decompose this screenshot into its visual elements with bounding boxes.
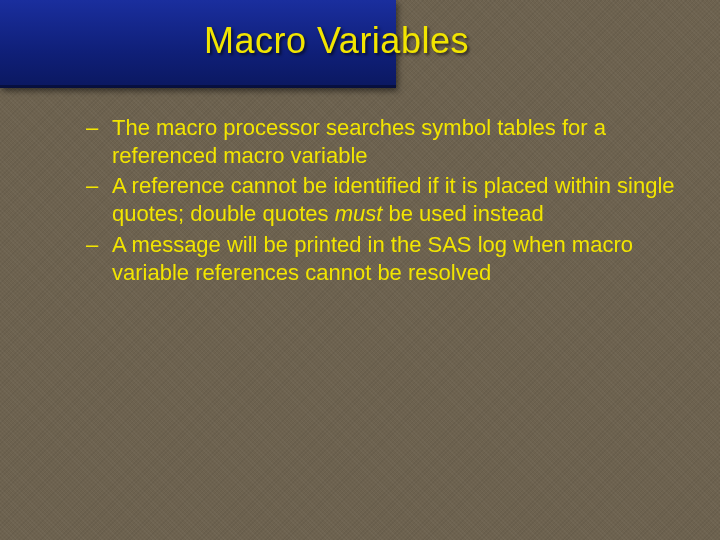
list-item: – A reference cannot be identified if it… xyxy=(86,172,690,228)
bullet-text-em: must xyxy=(335,201,383,226)
bullet-text: The macro processor searches symbol tabl… xyxy=(112,115,606,168)
bullet-dash: – xyxy=(86,231,98,259)
list-item: – The macro processor searches symbol ta… xyxy=(86,114,690,170)
bullet-text: A reference cannot be identified if it i… xyxy=(112,173,675,226)
bullet-text: A message will be printed in the SAS log… xyxy=(112,232,633,285)
bullet-text-post: be used instead xyxy=(382,201,543,226)
bullet-dash: – xyxy=(86,114,98,142)
bullet-list: – The macro processor searches symbol ta… xyxy=(86,114,690,289)
list-item: – A message will be printed in the SAS l… xyxy=(86,231,690,287)
bullet-dash: – xyxy=(86,172,98,200)
slide-title: Macro Variables xyxy=(204,20,469,62)
